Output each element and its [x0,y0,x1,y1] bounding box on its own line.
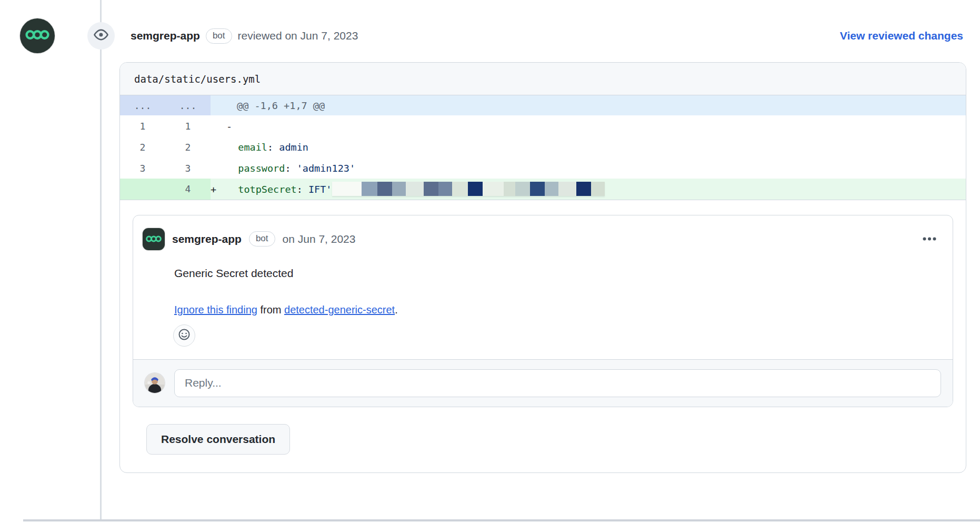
current-user-avatar [145,373,165,393]
diff-hunk-row: ... ... @@ -1,6 +1,7 @@ [120,95,966,115]
old-line-number: 1 [120,115,165,136]
view-reviewed-changes-link[interactable]: View reviewed changes [840,18,963,53]
diff-plus-sign: + [211,184,226,195]
comment: semgrep-app bot on Jun 7, 2023 Generic S… [133,215,953,359]
diff-row: 3 3 password: 'admin123' [120,157,966,179]
hunk-header-text: @@ -1,6 +1,7 @@ [211,95,966,115]
comment-thread: semgrep-app bot on Jun 7, 2023 Generic S… [133,215,953,407]
new-line-number: 1 [165,115,211,136]
yaml-key: totpSecret [238,184,296,195]
comment-body: Generic Secret detected [174,267,941,280]
diff-row-added: 4 + totpSecret: IFT' [120,179,966,200]
links-between-text: from [257,304,284,316]
timeline-rail [100,0,102,519]
review-event-badge [87,22,115,50]
resolve-conversation-button[interactable]: Resolve conversation [146,424,290,455]
yaml-key: password [238,163,285,174]
reply-bar [133,359,953,407]
new-line-number: 4 [165,179,211,200]
reaction-row [173,324,941,347]
bot-badge: bot [206,28,232,44]
old-line-number [120,179,165,200]
smiley-icon [178,328,191,342]
code-line: + totpSecret: IFT' [211,179,966,200]
comment-date: on Jun 7, 2023 [283,233,356,245]
new-line-number: 2 [165,136,211,157]
thread-wrapper: semgrep-app bot on Jun 7, 2023 Generic S… [120,200,966,407]
review-meta: reviewed on Jun 7, 2023 [238,29,358,42]
review-card: data/static/users.yml ... ... @@ -1,6 +1… [119,62,966,473]
rule-link[interactable]: detected-generic-secret [284,304,395,316]
old-line-number: 3 [120,157,165,179]
old-line-number: 2 [120,136,165,157]
comment-author-avatar[interactable] [143,228,165,250]
comment-footer-links: Ignore this finding from detected-generi… [174,304,941,316]
code-text: - [226,121,232,132]
comment-header: semgrep-app bot on Jun 7, 2023 [143,228,941,250]
diff-file-path: data/static/users.yml [120,63,966,95]
review-header: semgrep-app bot reviewed on Jun 7, 2023 [131,18,358,53]
hunk-old-cell: ... [120,95,165,115]
semgrep-logo-icon [25,29,49,43]
diff-row: 2 2 email: admin [120,136,966,157]
redacted-secret-blur [332,182,605,196]
diff-row: 1 1 - [120,115,966,136]
ignore-finding-link[interactable]: Ignore this finding [174,304,257,316]
semgrep-logo-icon [146,233,162,245]
bot-badge: bot [249,231,275,247]
yaml-key: email [238,142,267,153]
hunk-new-cell: ... [165,95,211,115]
comment-menu-button[interactable] [918,232,941,246]
reviewer-avatar[interactable] [20,18,55,53]
reply-input[interactable] [174,369,941,397]
yaml-value: 'admin123' [297,163,355,174]
section-divider [23,519,980,521]
new-line-number: 3 [165,157,211,179]
review-author-link[interactable]: semgrep-app [131,29,200,42]
kebab-horizontal-icon [922,235,937,243]
diff-table: ... ... @@ -1,6 +1,7 @@ 1 1 - 2 2 email:… [120,95,966,200]
yaml-value: IFT' [308,184,332,195]
add-reaction-button[interactable] [173,324,195,347]
resolve-row: Resolve conversation [120,407,966,472]
code-line: password: 'admin123' [211,157,966,179]
eye-icon [94,27,108,44]
comment-author-link[interactable]: semgrep-app [172,233,242,245]
code-line: - [211,115,966,136]
links-after-text: . [395,304,398,316]
yaml-value: admin [279,142,308,153]
code-line: email: admin [211,136,966,157]
